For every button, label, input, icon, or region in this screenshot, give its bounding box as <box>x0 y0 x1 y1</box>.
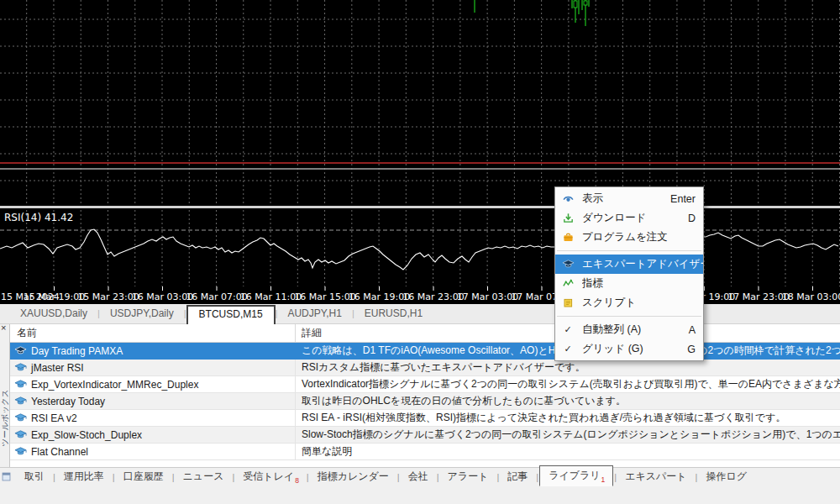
ea-name-label: RSI EA v2 <box>31 412 77 424</box>
time-axis-label: 16 Mar 23:00 <box>402 291 464 302</box>
ea-name-cell: RSI EA v2 <box>10 410 296 426</box>
menu-item-auto-arrange[interactable]: ✓自動整列 (A)A <box>555 320 703 339</box>
menu-item-label: ダウンロード <box>582 211 688 225</box>
toolbox-close-button[interactable]: × <box>1 323 6 333</box>
bottom-tab-company[interactable]: 会社 <box>401 468 436 486</box>
time-axis-label: 16 Mar 19:00 <box>349 291 410 302</box>
bottom-tab-exposure[interactable]: 運用比率 <box>56 468 112 486</box>
menu-item-label: スクリプト <box>582 296 703 310</box>
context-menu: 表示EnterダウンロードDプログラムを注文エキスパートアドバイザー指標スクリプ… <box>554 186 704 361</box>
table-row[interactable]: Yesterday Today取引は昨日のOHLCを現在の日の値で分析したものに… <box>10 393 840 410</box>
indicator-icon <box>561 277 575 291</box>
table-row[interactable]: Exp_VortexIndicator_MMRec_DuplexVortexIn… <box>10 376 840 393</box>
ea-detail-label: 取引は昨日のOHLCを現在の日の値で分析したものに基づいています。 <box>296 393 840 409</box>
bottom-tab-bar: 取引|運用比率|口座履歴|ニュース|受信トレイ8|指標カレンダー|会社|アラート… <box>0 467 840 486</box>
menu-item-indicators[interactable]: 指標 <box>555 274 703 293</box>
toolbox-strip: × ツールボックス <box>0 324 10 467</box>
menu-shortcut: G <box>687 344 696 355</box>
bottom-tab-mailbox[interactable]: 受信トレイ8 <box>235 468 306 486</box>
chart-tab-eurusd-h1[interactable]: EURUSD,H1 <box>354 305 433 323</box>
cap-dark-icon <box>561 258 575 271</box>
ea-table: 名前 詳細 Day Trading PAMXAこの戦略は、D1 TFのiAO(A… <box>10 324 840 467</box>
bottom-tab-economic-calendar[interactable]: 指標カレンダー <box>310 468 396 486</box>
menu-shortcut: A <box>689 324 696 336</box>
script-icon <box>561 297 575 310</box>
ea-detail-label: 簡単な説明 <box>296 444 840 459</box>
ea-name-label: Exp_Slow-Stoch_Duplex <box>31 429 142 441</box>
ea-name-label: Flat Channel <box>31 446 88 458</box>
time-axis-label: 16 Mar 15:00 <box>294 291 355 302</box>
ea-name-label: Exp_VortexIndicator_MMRec_Duplex <box>31 379 198 391</box>
bottom-tab-journal[interactable]: 操作ログ <box>698 468 754 486</box>
ea-table-header: 名前 詳細 <box>10 324 840 343</box>
bottom-tab-account-history[interactable]: 口座履歴 <box>116 468 171 486</box>
unread-badge: 8 <box>295 476 299 485</box>
menu-item-expert-advisors[interactable]: エキスパートアドバイザー <box>555 255 703 274</box>
symbol-tab-bar: XAUUSD,Daily|USDJPY,Daily|BTCUSD,M15|AUD… <box>0 304 840 324</box>
ea-name-cell: Yesterday Today <box>10 393 296 409</box>
ea-detail-label: RSIカスタム指標に基づいたエキスパートアドバイザーです。 <box>296 360 840 375</box>
expert-advisor-icon <box>14 395 27 407</box>
toolbox-panel: × ツールボックス 名前 詳細 Day Trading PAMXAこの戦略は、D… <box>0 324 840 467</box>
menu-item-scripts[interactable]: スクリプト <box>555 293 703 312</box>
candle-body <box>584 1 587 5</box>
price-chart[interactable]: RSI(14) 41.4215 Mar 202415 Mar 19:0015 M… <box>0 0 840 304</box>
menu-item-label: プログラムを注文 <box>582 230 703 244</box>
ea-name-label: Day Trading PAMXA <box>31 345 123 357</box>
chart-tab-btcusd-m15[interactable]: BTCUSD,M15 <box>186 305 276 324</box>
menu-item-label: 表示 <box>582 192 670 206</box>
menu-item-download[interactable]: ダウンロードD <box>555 208 703 228</box>
menu-item-label: グリッド (G) <box>582 342 687 356</box>
ea-name-cell: Day Trading PAMXA <box>10 343 296 359</box>
time-axis-label: 17 Mar 03:00 <box>457 291 518 302</box>
ea-name-cell: Exp_Slow-Stoch_Duplex <box>10 427 296 443</box>
expert-advisor-icon <box>14 344 27 357</box>
ea-name-label: jMaster RSI <box>31 362 84 374</box>
menu-item-label: エキスパートアドバイザー <box>582 257 703 271</box>
chart-tab-usdjpy-daily[interactable]: USDJPY,Daily <box>100 305 184 323</box>
table-row[interactable]: RSI EA v2RSI EA - iRSI(相対強度指数、RSI)指標によって… <box>10 410 840 427</box>
ea-detail-label: RSI EA - iRSI(相対強度指数、RSI)指標によって決定された買われ過… <box>296 410 840 426</box>
time-axis-label: 15 Mar 19:00 <box>24 291 85 302</box>
candle-body <box>574 1 577 8</box>
ea-detail-label: VortexIndicator指標シグナルに基づく2つの同一の取引システム(売取… <box>296 376 840 392</box>
table-row[interactable]: jMaster RSIRSIカスタム指標に基づいたエキスパートアドバイザーです。 <box>10 360 840 376</box>
expert-advisor-icon <box>14 412 27 424</box>
bottom-tab-alerts[interactable]: アラート <box>440 468 496 486</box>
menu-separator <box>557 316 701 317</box>
ea-name-cell: Exp_VortexIndicator_MMRec_Duplex <box>10 376 296 392</box>
time-axis-label: 16 Mar 03:00 <box>132 291 193 302</box>
time-axis-label: 18 Mar 03:00 <box>782 291 840 302</box>
table-row[interactable]: Exp_Slow-Stoch_DuplexSlow-Stoch指標のシグナルに基… <box>10 427 840 444</box>
bottom-tab-articles[interactable]: 記事 <box>500 468 535 486</box>
ea-name-cell: jMaster RSI <box>10 360 296 375</box>
menu-item-show[interactable]: 表示Enter <box>555 189 703 208</box>
menu-shortcut: D <box>688 213 696 224</box>
column-header-name[interactable]: 名前 <box>10 324 296 342</box>
chart-tab-xauusd-daily[interactable]: XAUUSD,Daily <box>10 305 97 323</box>
bottom-tab-library[interactable]: ライブラリ1 <box>539 465 613 486</box>
expert-advisor-icon <box>14 361 27 374</box>
ea-name-cell: Flat Channel <box>10 444 296 459</box>
chart-tab-audjpy-h1[interactable]: AUDJPY,H1 <box>277 305 351 323</box>
menu-item-order-program[interactable]: プログラムを注文 <box>555 228 703 247</box>
menu-separator <box>557 250 701 251</box>
bottom-tab-trade[interactable]: 取引 <box>17 468 52 486</box>
toolbox-dock-icon[interactable] <box>1 470 12 483</box>
table-row[interactable]: Flat Channel簡単な説明 <box>10 444 840 460</box>
expert-advisor-icon <box>14 428 27 441</box>
time-axis-label: 15 Mar 23:00 <box>77 291 139 302</box>
checkmark-icon: ✓ <box>561 343 575 356</box>
download-icon <box>561 212 575 225</box>
menu-item-grid[interactable]: ✓グリッド (G)G <box>555 339 703 359</box>
briefcase-icon <box>561 231 575 244</box>
bottom-tab-news[interactable]: ニュース <box>176 468 232 486</box>
ea-table-body: Day Trading PAMXAこの戦略は、D1 TFのiAO(Awesome… <box>10 343 840 460</box>
time-axis-label: 16 Mar 07:00 <box>186 291 247 302</box>
status-bar <box>0 485 840 504</box>
unread-badge: 1 <box>601 475 606 484</box>
expert-advisor-icon <box>14 445 27 458</box>
table-row[interactable]: Day Trading PAMXAこの戦略は、D1 TFのiAO(Awesome… <box>10 343 840 360</box>
rsi-indicator-label: RSI(14) 41.42 <box>4 212 73 223</box>
bottom-tab-experts[interactable]: エキスパート <box>617 468 694 486</box>
